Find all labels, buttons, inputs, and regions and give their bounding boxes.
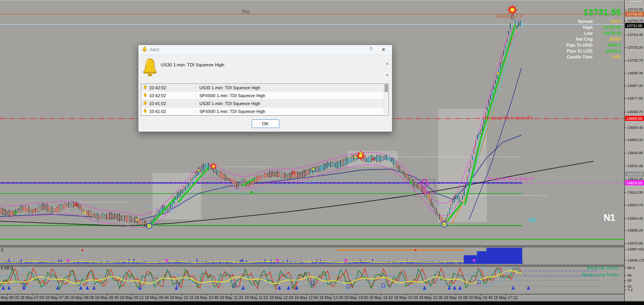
overbought-label: OB bbox=[528, 217, 536, 223]
bell-icon bbox=[141, 93, 149, 98]
info-row-pips-lod: Pips To LOD15220.0 bbox=[530, 48, 621, 54]
time-axis-label: 18 May 06:32 bbox=[0, 296, 19, 300]
bell-icon bbox=[141, 85, 149, 90]
price-axis-tick-mark bbox=[625, 243, 626, 244]
current-price: 13731.55 bbox=[530, 7, 621, 17]
alert-row[interactable]: 10:42:02 SPX500 1-min: TDI Squeeze High bbox=[141, 92, 388, 100]
price-axis-label: 13640.95 bbox=[627, 151, 643, 155]
resistance-3-label: Resistance 3 bbox=[497, 14, 522, 19]
price-axis-label: 13594.45 bbox=[627, 216, 643, 220]
sell-signal-label: SELL bbox=[422, 190, 436, 196]
info-label: Net Chg bbox=[576, 36, 593, 42]
time-axis-label: 18 May 10:48 bbox=[195, 296, 219, 300]
alert-row[interactable]: 10:41:02 SPX500 1-min: TDI Squeeze High bbox=[141, 107, 388, 115]
trend-text: Weak Up Trend bbox=[586, 265, 617, 270]
price-axis-label: 13612.95 bbox=[627, 190, 643, 194]
alert-row[interactable]: 10:41:02 US30 1-min: TDI Squeeze High bbox=[141, 100, 388, 107]
time-axis-label: 18 May 08:08 bbox=[70, 296, 94, 300]
price-axis-label: 7.4 bbox=[627, 288, 633, 292]
trend-text: Weak Long Trade bbox=[582, 272, 618, 277]
market-info-panel: 13731.55 Spread110.0 High13741.95 Low135… bbox=[530, 7, 621, 60]
price-axis-label: 68 bbox=[627, 273, 632, 277]
price-axis-label: 13742.95 bbox=[627, 7, 643, 11]
price-axis[interactable]: 13742.9513733.7013724.4513715.2013705.70… bbox=[624, 0, 644, 301]
price-axis-tick-mark bbox=[625, 21, 626, 21]
alert-time: 10:41:02 bbox=[149, 101, 196, 106]
panel1-cutoff-label: 3 bbox=[1, 247, 3, 252]
alert-text: US30 1-min: TDI Squeeze High bbox=[196, 101, 388, 106]
price-axis-tick-mark bbox=[625, 60, 626, 61]
close-icon[interactable]: ✕ bbox=[381, 47, 386, 53]
price-axis-label: 13650.20 bbox=[627, 137, 643, 142]
price-axis-label: 13603.70 bbox=[627, 203, 643, 207]
price-badge: 13665.05 bbox=[625, 116, 644, 121]
up-arrow-icon: ↑ bbox=[619, 265, 621, 270]
info-row-pips-hod: Pips To HOD1040.0 bbox=[530, 42, 621, 48]
help-button[interactable]: ? bbox=[369, 47, 372, 52]
price-axis-tick-mark bbox=[625, 112, 626, 112]
dialog-title: Alert bbox=[150, 47, 159, 53]
price-axis-label: 50 bbox=[627, 278, 632, 282]
axis-scroll-handle[interactable] bbox=[628, 0, 643, 3]
time-axis-label: 18 May 07:04 bbox=[20, 296, 44, 300]
price-axis-tick-mark bbox=[625, 192, 626, 193]
price-axis-tick-mark bbox=[625, 128, 626, 128]
time-axis-label: 18 May 13:28 bbox=[319, 296, 343, 300]
scroll-up-icon[interactable]: ▲ bbox=[386, 62, 389, 65]
price-axis-label: 13687.20 bbox=[627, 83, 643, 88]
alert-time: 10:42:02 bbox=[149, 85, 196, 90]
price-axis-tick-mark bbox=[625, 86, 626, 86]
r1-pivot-note: R1: go up R2 or down P bbox=[487, 176, 534, 181]
info-value: 13741.95 bbox=[597, 24, 621, 30]
r2-pivot-note: R2: go up R3 or down R1 bbox=[483, 115, 532, 120]
price-axis-tick-mark bbox=[625, 286, 626, 287]
price-axis-label: 13659.45 bbox=[627, 125, 643, 130]
info-value: 110.0 bbox=[597, 19, 621, 24]
price-axis-tick-mark bbox=[625, 218, 626, 219]
price-axis-tick-mark bbox=[625, 230, 626, 231]
price-badge: 13731.55 bbox=[625, 23, 644, 28]
alert-text: SPX500 1-min: TDI Squeeze High bbox=[196, 93, 388, 98]
price-axis-label: 13696.45 bbox=[627, 71, 643, 75]
ok-button[interactable]: OK bbox=[252, 119, 279, 128]
price-axis-tick-mark bbox=[625, 35, 626, 35]
time-axis-label: 18 May 09:44 bbox=[145, 296, 169, 300]
price-badge: 13625.00 bbox=[625, 171, 644, 177]
list-scrollbar[interactable] bbox=[384, 84, 388, 115]
alert-row[interactable]: 10:42:02 US30 1-min: TDI Squeeze High bbox=[141, 84, 388, 92]
price-axis-label: 13585.20 bbox=[627, 228, 643, 232]
price-axis-tick-mark bbox=[625, 9, 626, 10]
info-label: Pips To HOD bbox=[566, 42, 593, 48]
price-axis-label: 13631.45 bbox=[627, 164, 643, 168]
info-value: 15220.0 bbox=[597, 48, 621, 54]
info-label: Pips To LOD bbox=[567, 48, 593, 54]
price-axis-label: 13733.70 bbox=[627, 19, 643, 23]
price-axis-label: 99.4 bbox=[627, 265, 635, 270]
price-axis-tick-mark bbox=[625, 166, 626, 166]
time-axis-label: 18 May 14:00 bbox=[344, 296, 368, 300]
price-axis-tick-mark bbox=[625, 98, 626, 99]
scrollbar-thumb[interactable] bbox=[385, 84, 388, 92]
price-axis-label: 13705.70 bbox=[627, 58, 643, 62]
price-axis-tick-mark bbox=[625, 249, 626, 250]
panel2-cutoff-label: 6 68.0 bbox=[1, 265, 13, 270]
trading-app-window: Thu Resistance 3 R2: go up R3 or down R1… bbox=[0, 0, 644, 305]
info-row-low: Low13579.35 bbox=[530, 30, 621, 36]
price-axis-label: 13668.70 bbox=[627, 109, 643, 114]
info-value: 16260 bbox=[597, 36, 621, 42]
price-axis-tick-mark bbox=[625, 281, 626, 281]
info-label: Spread bbox=[578, 19, 593, 24]
scroll-down-icon[interactable]: ▼ bbox=[386, 73, 389, 77]
time-axis[interactable]: 18 May 06:3218 May 07:0418 May 07:3618 M… bbox=[0, 294, 624, 301]
alert-message: US30 1-min: TDI Squeeze High bbox=[161, 62, 224, 67]
time-axis-label: 18 May 16:08 bbox=[444, 296, 468, 300]
trend-status-line2: Weak Long Trade ↑ bbox=[582, 272, 621, 277]
info-value: 13579.35 bbox=[597, 30, 621, 36]
price-axis-label: 13677.95 bbox=[627, 96, 643, 100]
dialog-titlebar[interactable]: Alert ? ✕ bbox=[138, 45, 392, 55]
alert-time: 10:42:02 bbox=[149, 93, 196, 98]
bell-icon bbox=[141, 101, 149, 106]
price-badge: 13739.35 bbox=[625, 11, 644, 17]
up-arrow-icon: ↑ bbox=[619, 272, 621, 277]
alert-dialog: Alert ? ✕ US30 1-min: TDI Squeeze High ▲… bbox=[138, 45, 392, 132]
